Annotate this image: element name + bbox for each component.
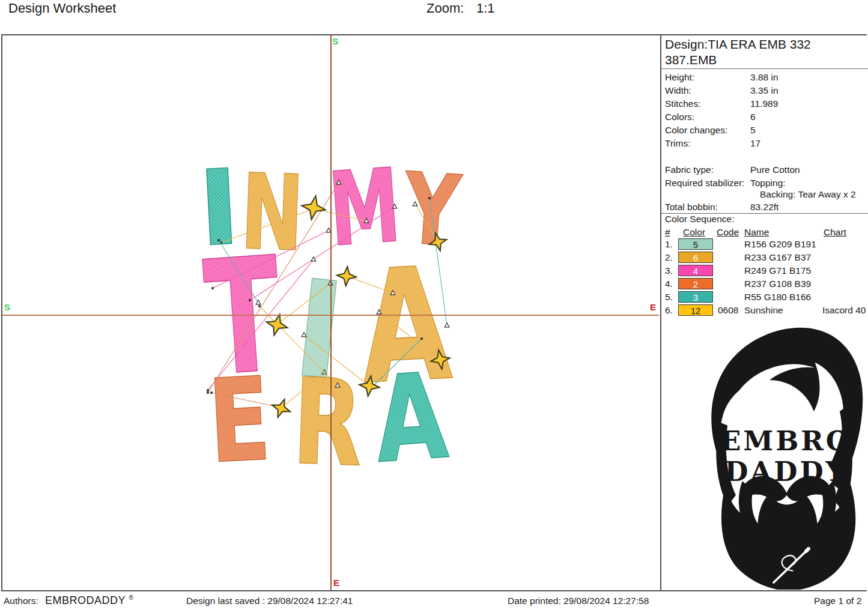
col-header-num: #: [665, 227, 670, 238]
design-filename-line1: Design:TIA ERA EMB 332: [665, 37, 811, 52]
stitch-point-marker: [428, 197, 431, 199]
spec-value: 5: [750, 124, 756, 136]
stitch-point-marker: [207, 389, 209, 391]
spec-value: 6: [750, 111, 756, 122]
fabric-label: Fabric type:: [665, 164, 714, 175]
thread-name: Sunshine: [744, 305, 783, 316]
fabric-row: Fabric type:Pure Cotton: [665, 164, 866, 175]
fabric-value: 83.22ft: [750, 201, 778, 213]
stitch-point-marker: [207, 391, 209, 394]
row-number: 5.: [665, 292, 673, 303]
stitch-point-marker: [420, 337, 423, 340]
logo-text-line2: DADDY: [724, 456, 848, 488]
color-sequence-row: 6.120608SunshineIsacord 40: [665, 304, 866, 318]
stitch-point-marker: [249, 299, 251, 301]
fabric-value: Topping:: [750, 177, 786, 189]
thread-color-swatch: 3: [678, 291, 713, 303]
spec-value: 3.35 in: [750, 85, 778, 96]
thread-chart: Isacord 40: [822, 305, 866, 316]
divider: [661, 68, 868, 69]
fabric-label: Total bobbin:: [665, 201, 718, 213]
spec-row: Width:3.35 in: [665, 85, 866, 96]
design-letter: E: [205, 352, 273, 473]
last-saved-text: Design last saved : 29/08/2024 12:27:41: [186, 596, 353, 606]
logo-text-line1: EMBRO: [720, 425, 852, 457]
fabric-value-line2: Backing: Tear Away x 2: [760, 189, 856, 200]
design-canvas: IINNMMYYTTIIAAEERRAA S S E E Design:TIA …: [1, 34, 867, 591]
thread-name: R233 G167 B37: [744, 252, 811, 263]
spec-label: Width:: [665, 85, 691, 96]
embrodaddy-logo: EMBRO DADDY: [705, 318, 868, 590]
design-letter: A: [371, 348, 451, 473]
design-info-panel: Design:TIA ERA EMB 332 387.EMB Height:3.…: [660, 35, 868, 590]
stitch-point-marker: [210, 391, 213, 394]
spec-value: 11.989: [750, 98, 778, 109]
spec-label: Stitches:: [665, 98, 700, 109]
col-header-chart: Chart: [824, 227, 846, 238]
thread-color-swatch: 2: [678, 278, 713, 289]
end-label-right: E: [650, 302, 656, 312]
page-number: Page 1 of 2: [814, 596, 861, 606]
vertical-crosshair-line: [330, 35, 332, 590]
spec-label: Color changes:: [665, 124, 727, 136]
horizontal-crosshair-line: [2, 315, 659, 316]
authors-name: EMBRODADDY ®: [45, 594, 133, 607]
registered-mark: ®: [129, 594, 134, 601]
row-number: 3.: [665, 265, 673, 276]
thread-color-swatch: 6: [678, 252, 713, 263]
worksheet-footer: Authors: EMBRODADDY ® Design last saved …: [0, 592, 868, 610]
color-sequence-row: 3.4R249 G71 B175: [665, 265, 866, 278]
stitch-point-marker: [211, 287, 214, 289]
design-letter: R: [291, 353, 365, 473]
zoom-label: Zoom:: [426, 1, 464, 16]
stitch-point-marker: [258, 305, 261, 307]
row-number: 1.: [665, 239, 673, 250]
spec-row: Trims:17: [665, 137, 866, 149]
thread-code: 0608: [718, 305, 738, 316]
date-printed-text: Date printed: 29/08/2024 12:27:58: [508, 596, 649, 606]
fabric-row: Total bobbin:83.22ft: [665, 201, 866, 213]
start-label-left: S: [4, 302, 10, 312]
color-sequence-row: 2.6R233 G167 B37: [665, 252, 866, 265]
authors-label: Authors:: [4, 596, 38, 606]
fabric-value: Pure Cotton: [750, 164, 800, 175]
spec-label: Trims:: [665, 137, 690, 149]
start-label-top: S: [332, 36, 338, 46]
thread-color-swatch: 12: [678, 304, 713, 316]
thread-name: R237 G108 B39: [744, 279, 811, 289]
col-header-code: Code: [717, 227, 739, 238]
spec-label: Colors:: [665, 111, 694, 122]
thread-color-swatch: 4: [678, 265, 713, 276]
embroidery-design-preview: IINNMMYYTTIIAAEERRAA: [199, 160, 470, 473]
spec-value: 3.88 in: [750, 71, 778, 83]
row-number: 2.: [665, 252, 673, 263]
color-sequence-row: 1.5R156 G209 B191: [665, 238, 866, 252]
stitch-point-marker: [217, 239, 220, 241]
color-sequence-row: 4.2R237 G108 B39: [665, 278, 866, 291]
thread-name: R55 G180 B166: [744, 292, 811, 303]
end-label-bottom: E: [333, 578, 339, 588]
thread-name: R156 G209 B191: [744, 239, 816, 250]
zoom-value: 1:1: [476, 1, 495, 16]
design-letters: IINNMMYYTTIIAAEERRAA: [199, 160, 464, 473]
fabric-label: Required stabilizer:: [665, 177, 745, 189]
color-sequence-title: Color Sequence:: [665, 214, 734, 225]
row-number: 4.: [665, 279, 673, 289]
col-header-name: Name: [744, 227, 769, 238]
color-sequence-row: 5.3R55 G180 B166: [665, 291, 866, 304]
design-filename-line2: 387.EMB: [665, 53, 717, 67]
spec-row: Colors:6: [665, 111, 866, 122]
col-header-color: Color: [683, 227, 705, 238]
row-number: 6.: [665, 305, 673, 316]
spec-label: Height:: [665, 71, 694, 83]
thread-color-swatch: 5: [678, 238, 713, 250]
spec-row: Stitches:11.989: [665, 98, 866, 109]
fabric-row: Required stabilizer:Topping:Backing: Tea…: [665, 177, 866, 189]
spec-value: 17: [750, 137, 760, 149]
thread-name: R249 G71 B175: [744, 265, 811, 276]
spec-row: Color changes:5: [665, 124, 866, 136]
spec-row: Height:3.88 in: [665, 71, 866, 83]
page-title: Design Worksheet: [8, 1, 116, 16]
